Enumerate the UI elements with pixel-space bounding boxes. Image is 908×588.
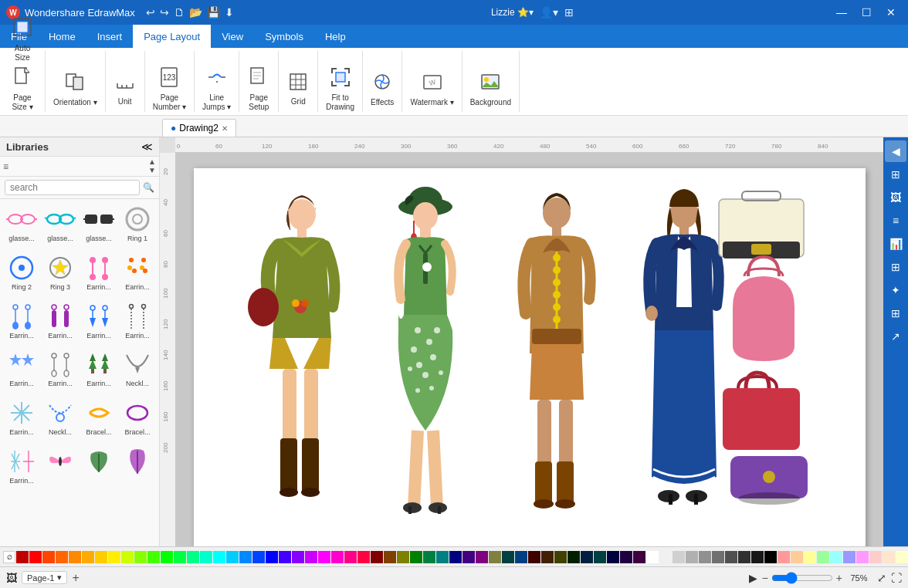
zoom-in-btn[interactable]: + [836,572,842,584]
color-swatch[interactable] [541,551,554,563]
color-swatch[interactable] [436,551,449,563]
color-swatch[interactable] [607,551,619,563]
tab-drawing2[interactable]: ● Drawing2 ✕ [162,119,236,137]
color-swatch[interactable] [331,551,344,563]
maximize-btn[interactable]: ☐ [855,4,877,21]
profile-btn[interactable]: 👤▾ [540,6,558,19]
list-item[interactable]: Earrin... [3,299,40,342]
color-swatch[interactable] [410,551,422,563]
more-btn[interactable]: ⬇ [225,6,234,19]
zoom-out-btn[interactable]: − [762,572,768,584]
page-number-btn[interactable]: 123 PageNumber ▾ [148,67,191,112]
open-btn[interactable]: 📂 [189,6,202,19]
color-swatch[interactable] [883,551,895,563]
color-swatch[interactable] [226,551,239,563]
fit-to-drawing-btn[interactable]: Fit toDrawing [321,67,359,112]
list-item[interactable]: Earrin... [80,251,117,293]
color-swatch[interactable] [594,551,606,563]
grid-btn[interactable]: Grid [282,67,314,112]
color-swatch[interactable] [673,551,685,563]
color-swatch[interactable] [699,551,711,563]
page-setup-btn[interactable]: PageSetup [242,67,275,112]
right-panel-style-btn[interactable]: ✦ [885,279,906,301]
color-swatch[interactable] [147,551,160,563]
color-swatch[interactable] [791,551,803,563]
apps-btn[interactable]: ⊞ [564,6,574,19]
list-item[interactable]: glasse... [80,202,117,245]
color-swatch[interactable] [515,551,527,563]
menu-view[interactable]: View [211,25,254,48]
list-item[interactable]: Earrin... [3,347,40,390]
minimize-btn[interactable]: — [831,4,852,21]
canvas-viewport[interactable] [175,153,883,546]
color-swatch[interactable] [462,551,475,563]
color-swatch[interactable] [108,551,120,563]
add-page-btn[interactable]: + [72,571,79,585]
fullscreen-btn[interactable]: ⛶ [891,572,902,584]
lib-scroll-down[interactable]: ▼ [148,167,156,174]
color-swatch[interactable] [449,551,462,563]
search-input[interactable] [5,180,140,195]
color-swatch[interactable] [69,551,81,563]
right-panel-layout-btn[interactable]: ⊞ [885,256,906,278]
right-panel-grid-btn[interactable]: ⊞ [885,164,906,185]
menu-insert[interactable]: Insert [86,25,134,48]
right-panel-image-btn[interactable]: 🖼 [885,187,906,208]
color-swatch[interactable] [817,551,829,563]
page-dropdown-icon[interactable]: ▾ [57,573,62,583]
list-item[interactable]: Earrin... [119,251,156,293]
tab-close-btn[interactable]: ✕ [222,124,228,133]
color-swatch[interactable] [725,551,737,563]
undo-btn[interactable]: ↩ [146,6,155,19]
right-panel-layers-btn[interactable]: ≡ [885,210,906,231]
color-swatch[interactable] [161,551,173,563]
color-swatch[interactable] [56,551,68,563]
page-selector[interactable]: Page-1 ▾ [22,571,67,584]
user-btn[interactable]: Lizzie ⭐▾ [491,7,534,18]
color-swatch[interactable] [187,551,199,563]
orientation-btn[interactable]: Orientation ▾ [49,67,102,112]
right-panel-export-btn[interactable]: ↗ [885,326,906,347]
color-swatch[interactable] [42,551,55,563]
color-swatch[interactable] [16,551,29,563]
list-item[interactable]: Ring 2 [3,251,40,293]
list-item[interactable]: Earrin... [42,299,79,342]
list-item[interactable]: Bracel... [119,396,156,438]
color-swatch[interactable] [633,551,645,563]
save-btn[interactable]: 💾 [207,6,220,19]
new-btn[interactable]: 🗋 [174,6,185,19]
list-item[interactable] [42,444,79,487]
color-swatch[interactable] [318,551,330,563]
color-swatch[interactable] [213,551,225,563]
color-swatch[interactable] [371,551,383,563]
color-swatch[interactable] [869,551,882,563]
color-swatch[interactable] [279,551,291,563]
watermark-btn[interactable]: W Watermark ▾ [405,67,458,112]
list-item[interactable]: Earrin... [3,444,40,487]
page-size-btn[interactable]: PageSize ▾ [6,67,39,112]
color-swatch[interactable] [856,551,869,563]
unit-btn[interactable]: Unit [109,67,141,112]
color-swatch[interactable] [843,551,855,563]
color-swatch[interactable] [896,551,908,563]
list-item[interactable]: Earrin... [80,299,117,342]
color-swatch[interactable] [489,551,501,563]
color-swatch[interactable] [95,551,107,563]
color-swatch[interactable] [200,551,212,563]
color-swatch[interactable] [397,551,409,563]
color-swatch[interactable] [712,551,724,563]
color-swatch[interactable] [29,551,42,563]
sidebar-collapse-btn[interactable]: ≪ [141,140,153,153]
zoom-value[interactable]: 75% [845,573,872,583]
color-swatch[interactable] [738,551,750,563]
color-swatch[interactable] [659,551,672,563]
color-swatch[interactable] [476,551,488,563]
list-item[interactable]: glasse... [3,202,40,245]
menu-page-layout[interactable]: Page Layout [133,25,211,48]
menu-help[interactable]: Help [314,25,357,48]
color-swatch[interactable] [121,551,134,563]
color-swatch[interactable] [384,551,396,563]
list-item[interactable]: Ring 1 [119,202,156,245]
menu-home[interactable]: Home [38,25,86,48]
fit-page-btn[interactable]: ⤢ [877,572,886,584]
